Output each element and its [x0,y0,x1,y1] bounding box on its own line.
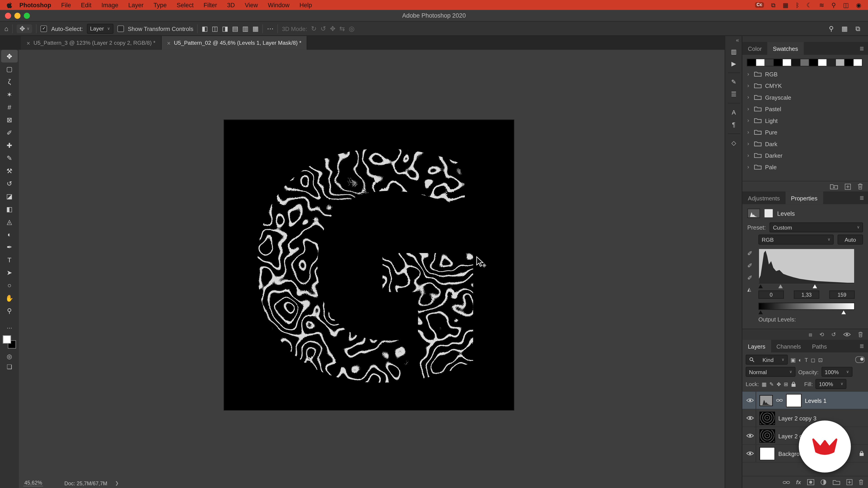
swatch-group-grayscale[interactable]: › Grayscale [742,91,868,103]
brush-tool[interactable]: ✎ [1,152,18,164]
control-center-icon[interactable]: ◫ [843,1,849,8]
layer-thumbnail[interactable] [760,412,775,425]
share-capture-icon[interactable]: ⧉ [856,25,860,32]
tab-layers[interactable]: Layers [742,340,771,352]
frame-tool[interactable]: ⊠ [1,113,18,126]
menu-3d[interactable]: 3D [222,2,240,8]
gradient-tool[interactable]: ◧ [1,202,18,215]
fill-dropdown[interactable]: 100% ∨ [815,379,846,389]
swatch[interactable] [827,59,836,66]
menu-photoshop[interactable]: Photoshop [14,2,56,8]
black-point-eyedropper-icon[interactable]: ✐ [747,250,754,257]
white-point-eyedropper-icon[interactable]: ✐ [747,274,754,282]
panel-menu-icon[interactable]: ≣ [860,191,868,204]
quick-selection-tool[interactable]: ✶ [1,88,18,101]
type-tool[interactable]: T [1,254,18,266]
character-panel-icon[interactable]: A [727,106,741,119]
swatch-group-pastel[interactable]: › Pastel [742,103,868,115]
stage-manager-icon[interactable]: ⧉ [771,1,775,8]
input-white-slider[interactable] [813,285,817,288]
align-bottom-icon[interactable]: ▦ [252,25,259,32]
swatch[interactable] [774,59,783,66]
swatch-group-cmyk[interactable]: › CMYK [742,80,868,91]
tab-paths[interactable]: Paths [807,340,833,352]
hand-tool[interactable]: ✋ [1,292,18,304]
menu-select[interactable]: Select [172,2,198,8]
align-top-icon[interactable]: ▤ [232,25,239,32]
blend-mode-dropdown[interactable]: Normal ∨ [746,367,796,377]
swatch[interactable] [792,59,800,66]
focus-moon-icon[interactable]: ☾ [807,1,812,8]
auto-button[interactable]: Auto [837,234,863,245]
add-layer-mask-icon[interactable] [807,479,814,485]
menu-help[interactable]: Help [294,2,317,8]
eraser-tool[interactable]: ◪ [1,190,18,202]
zoom-level-field[interactable]: 45,62% [23,480,43,486]
apple-menu-icon[interactable] [6,2,12,8]
adjustment-thumbnail[interactable] [760,395,773,406]
eyedropper-tool[interactable]: ✐ [1,126,18,139]
lock-artboard-icon[interactable]: ⊞ [784,381,788,387]
gray-point-eyedropper-icon[interactable]: ✐ [747,262,754,269]
swatch[interactable] [836,59,845,66]
menu-layer[interactable]: Layer [123,2,149,8]
layer-effects-icon[interactable]: fx [796,479,801,485]
swatch[interactable] [818,59,827,66]
layer-visibility-icon[interactable] [746,433,754,438]
tab-color[interactable]: Color [742,42,767,55]
actions-panel-icon[interactable]: ▶ [727,58,741,70]
home-icon[interactable]: ⌂ [4,25,8,32]
align-right-icon[interactable]: ◨ [222,25,228,32]
previous-state-icon[interactable]: ⟲ [819,331,824,337]
output-black-slider[interactable] [758,311,763,314]
swatch[interactable] [809,59,818,66]
lock-position-icon[interactable]: ✥ [777,381,781,387]
dodge-tool[interactable]: ◐ [1,228,18,240]
bluetooth-icon[interactable]: ᛒ [796,2,799,8]
screen-mode-icon[interactable]: ❏ [1,363,18,371]
swatch-group-light[interactable]: › Light [742,115,868,126]
blur-tool[interactable]: ◬ [1,215,18,228]
filter-adjustment-layers-icon[interactable]: ◐ [799,357,802,363]
menu-edit[interactable]: Edit [76,2,96,8]
workspace-switcher-icon[interactable]: ▦ [842,25,848,32]
layer-filter-toggle[interactable] [855,356,865,363]
show-transform-checkbox[interactable] [117,25,124,32]
expand-panels-icon[interactable]: « [736,36,742,45]
swatch[interactable] [783,59,792,66]
tab-channels[interactable]: Channels [771,340,807,352]
filter-kind-dropdown[interactable]: Kind ∨ [746,355,788,365]
align-center-horizontal-icon[interactable]: ◫ [212,25,218,32]
more-options-icon[interactable]: ⋯ [267,25,274,32]
layer-thumbnail[interactable] [760,429,775,442]
libraries-panel-icon[interactable]: ▥ [727,45,741,58]
swatch-group-dark[interactable]: › Dark [742,138,868,149]
history-brush-tool[interactable]: ↺ [1,177,18,190]
filter-type-layers-icon[interactable]: T [805,357,808,363]
zoom-tool[interactable]: ⚲ [1,304,18,317]
document-tab-active[interactable]: × U5_Pattern_02 @ 45,6% (Levels 1, Layer… [161,36,307,50]
status-options-chevron-icon[interactable]: ❯ [115,481,119,486]
input-gamma-slider[interactable] [778,285,783,288]
swatch-group-rgb[interactable]: › RGB [742,68,868,79]
delete-adjustment-icon[interactable] [858,331,863,337]
artboard-canvas[interactable]: G [224,120,514,410]
auto-select-checkbox[interactable]: ✓ [41,25,47,32]
mask-link-icon[interactable] [776,398,782,402]
brush-settings-panel-icon[interactable]: ✎ [727,76,741,88]
pen-tool[interactable]: ✒ [1,240,18,253]
auto-select-dropdown[interactable]: Layer ∨ [87,24,114,33]
displays-icon[interactable]: ▦ [782,1,788,8]
spotlight-icon[interactable]: ⚲ [831,1,836,8]
foreground-background-colors[interactable] [3,335,16,349]
align-middle-icon[interactable]: ▥ [242,25,249,32]
swatch[interactable] [845,59,854,66]
close-icon[interactable]: × [27,39,30,46]
toggle-visibility-icon[interactable] [843,332,851,337]
layer-visibility-icon[interactable] [746,451,754,456]
layer-visibility-icon[interactable] [746,416,754,420]
clone-source-panel-icon[interactable]: ☰ [727,88,741,100]
layer-name[interactable]: Levels 1 [805,397,827,403]
new-swatch-icon[interactable] [845,184,851,190]
close-icon[interactable]: × [167,39,170,46]
